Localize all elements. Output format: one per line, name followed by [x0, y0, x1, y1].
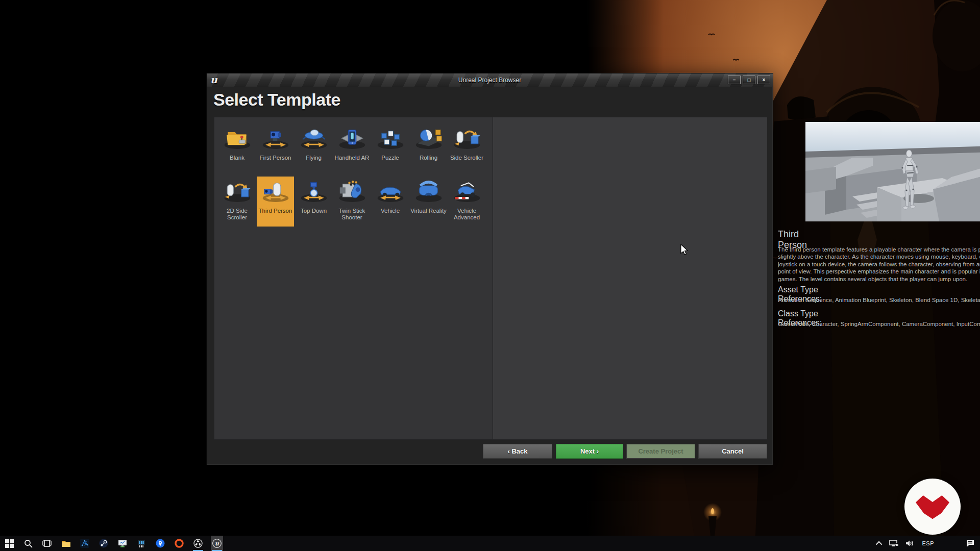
template-tile-puzzle[interactable]: Puzzle [372, 123, 409, 173]
obs-studio-icon[interactable] [192, 536, 204, 551]
maximize-icon[interactable]: □ [743, 76, 755, 84]
template-tile-label: Handheld AR [333, 153, 371, 161]
template-tile-label: Puzzle [372, 153, 409, 161]
spaceship-icon [295, 123, 332, 153]
file-explorer-icon[interactable] [60, 536, 72, 551]
template-tile-vehicle[interactable]: Vehicle [372, 177, 409, 227]
template-tile-label: Flying [295, 153, 332, 161]
dialog-button-row: ‹ Back Next › Create Project Cancel [207, 444, 773, 459]
page-title: Select Template [213, 90, 340, 110]
template-tile-label: Twin Stick Shooter [333, 206, 371, 221]
volume-icon[interactable] [905, 540, 915, 547]
class-references-list: GameMode, Character, SpringArmComponent,… [778, 321, 980, 327]
monitor-chart-app-icon[interactable] [116, 536, 129, 551]
puzzle-icon [372, 123, 409, 153]
template-tile-blank[interactable]: Blank [218, 123, 256, 173]
origin-icon[interactable] [173, 536, 185, 551]
svg-text:u: u [215, 540, 219, 547]
cancel-button[interactable]: Cancel [698, 444, 767, 459]
back-button[interactable]: ‹ Back [483, 444, 552, 459]
template-tile-label: Virtual Reality [410, 206, 447, 214]
template-description: The third person template features a pla… [778, 246, 980, 283]
template-tile-first-person[interactable]: First Person [257, 123, 294, 173]
template-tile-2d-side-scroller[interactable]: 2D Side Scroller [218, 177, 256, 227]
top-down-icon [295, 177, 332, 206]
template-tile-label: 2D Side Scroller [218, 206, 256, 221]
template-panel: Third Person The third person template f… [214, 117, 767, 440]
red-chevron-shape [916, 495, 949, 519]
template-tile-label: Third Person [257, 206, 294, 214]
unreal-project-browser-window: u Unreal Project Browser – □ × Select Te… [206, 73, 773, 465]
window-title: Unreal Project Browser [207, 77, 773, 84]
template-info-panel: Third Person The third person template f… [493, 117, 767, 439]
template-tile-handheld-ar[interactable]: Handheld AR [333, 123, 371, 173]
template-tile-twin-stick-shooter[interactable]: Twin Stick Shooter [333, 177, 371, 227]
red-chevron-logo [904, 479, 961, 535]
folder-game-icon [218, 123, 256, 153]
vr-headset-icon [410, 177, 447, 206]
action-center-icon[interactable] [966, 539, 975, 547]
asset-references-list: Animation Sequence, Animation Blueprint,… [778, 297, 980, 303]
task-view-icon[interactable] [41, 536, 53, 551]
template-tile-label: Vehicle [372, 206, 409, 214]
vehicle-icon [372, 177, 409, 206]
template-tile-third-person[interactable]: Third Person [257, 177, 294, 227]
minimize-icon[interactable]: – [728, 76, 741, 84]
template-tile-rolling[interactable]: Rolling [410, 123, 447, 173]
third-person-icon [257, 177, 294, 206]
vehicle-advanced-icon [448, 177, 485, 206]
taskbar: u ESP [0, 536, 980, 551]
tray-expand-icon[interactable] [876, 541, 883, 547]
template-tile-label: Vehicle Advanced [448, 206, 485, 221]
unreal-engine-icon[interactable]: u [211, 536, 223, 551]
template-tile-vehicle-advanced[interactable]: Vehicle Advanced [448, 177, 485, 227]
template-tile-label: Rolling [410, 153, 447, 161]
next-button[interactable]: Next › [556, 444, 623, 459]
start-button[interactable] [3, 536, 15, 551]
capsule-arrow-icon [218, 177, 256, 206]
desktop-background: u Unreal Project Browser – □ × Select Te… [0, 0, 980, 551]
network-tray-icon[interactable] [889, 540, 898, 547]
mouse-cursor [680, 244, 690, 255]
template-tile-label: Top Down [295, 206, 332, 214]
template-tile-flying[interactable]: Flying [295, 123, 332, 173]
template-tile-label: Blank [218, 153, 256, 161]
template-preview-image [805, 122, 980, 221]
rolling-ball-icon [410, 123, 447, 153]
network-3d-app-icon[interactable] [79, 536, 91, 551]
window-titlebar[interactable]: u Unreal Project Browser – □ × [207, 73, 773, 87]
steam-icon[interactable] [97, 536, 110, 551]
fps-camera-icon [257, 123, 294, 153]
close-icon[interactable]: × [757, 76, 770, 84]
capsule-arrow-icon [448, 123, 485, 153]
create-project-button[interactable]: Create Project [626, 444, 695, 459]
twin-stick-icon [333, 177, 371, 206]
template-tile-top-down[interactable]: Top Down [295, 177, 332, 227]
language-indicator[interactable]: ESP [922, 540, 934, 546]
map-pin-app-icon[interactable] [154, 536, 166, 551]
template-tile-side-scroller[interactable]: Side Scroller [448, 123, 485, 173]
template-tile-label: Side Scroller [448, 153, 485, 161]
next-chevron-icon: › [597, 447, 599, 455]
template-tile-virtual-reality[interactable]: Virtual Reality [410, 177, 447, 227]
template-tile-label: First Person [257, 153, 294, 161]
phone-ar-icon [333, 123, 371, 153]
search-icon[interactable] [22, 536, 34, 551]
back-chevron-icon: ‹ [507, 447, 509, 455]
system-tray: ESP [877, 539, 980, 547]
memory-app-icon[interactable] [135, 536, 148, 551]
